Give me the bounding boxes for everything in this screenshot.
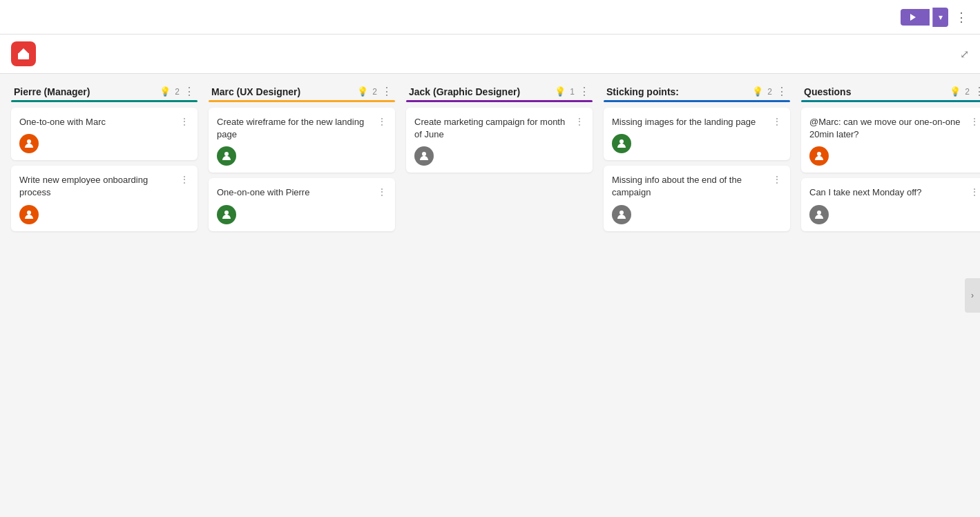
- column-count-pierre: 2: [175, 87, 180, 97]
- card-menu-m2[interactable]: ⋮: [376, 186, 388, 197]
- card: Write new employee onboarding process⋮: [11, 166, 198, 231]
- card-header-m1: Create wireframe for the new landing pag…: [217, 116, 388, 141]
- svg-point-7: [619, 139, 624, 144]
- bulb-icon: 💡: [950, 86, 961, 97]
- column-sticking: Sticking points:💡2⋮Missing images for th…: [604, 85, 790, 505]
- card-header-s2: Missing info about the end of the campai…: [612, 174, 783, 199]
- card-title-p2: Write new employee onboarding process: [19, 174, 178, 199]
- column-title-marc: Marc (UX Designer): [211, 86, 300, 97]
- avatar: [809, 146, 829, 166]
- svg-point-4: [224, 152, 229, 156]
- card: Create wireframe for the new landing pag…: [209, 108, 395, 173]
- column-menu-questions[interactable]: ⋮: [974, 85, 980, 98]
- column-menu-sticking[interactable]: ⋮: [776, 85, 787, 98]
- column-menu-marc[interactable]: ⋮: [381, 85, 392, 98]
- bulb-icon: 💡: [357, 86, 368, 97]
- svg-point-8: [619, 211, 624, 215]
- svg-point-10: [817, 211, 821, 215]
- column-header-right-questions: 💡2⋮: [950, 85, 980, 98]
- column-header-pierre: Pierre (Manager)💡2⋮: [11, 85, 198, 102]
- continue-activity-dropdown[interactable]: ▾: [932, 8, 948, 27]
- column-header-right-marc: 💡2⋮: [357, 85, 392, 98]
- column-count-jack: 1: [570, 87, 575, 97]
- column-title-jack: Jack (Graphic Designer): [409, 86, 520, 97]
- card-title-s1: Missing images for the landing page: [612, 116, 771, 128]
- svg-point-2: [27, 139, 31, 144]
- svg-point-5: [224, 211, 229, 215]
- expand-icon: ⤢: [960, 48, 969, 60]
- expand-button[interactable]: ⤢: [960, 48, 969, 61]
- card-title-p1: One-to-one with Marc: [19, 116, 178, 128]
- column-count-marc: 2: [372, 87, 377, 97]
- card-title-q1: @Marc: can we move our one-on-one 20min …: [809, 116, 968, 141]
- continue-activity-button[interactable]: [901, 9, 930, 26]
- bulb-icon: 💡: [160, 86, 171, 97]
- card: Missing info about the end of the campai…: [604, 166, 790, 231]
- bulb-icon: 💡: [752, 86, 763, 97]
- column-header-marc: Marc (UX Designer)💡2⋮: [209, 85, 395, 102]
- card-menu-m1[interactable]: ⋮: [376, 116, 388, 127]
- kebab-icon: ⋮: [955, 10, 968, 24]
- avatar: [19, 205, 39, 224]
- avatar: [414, 146, 434, 166]
- card: One-to-one with Marc⋮: [11, 108, 198, 160]
- column-menu-pierre[interactable]: ⋮: [184, 85, 195, 98]
- card: @Marc: can we move our one-on-one 20min …: [801, 108, 980, 173]
- card-menu-s2[interactable]: ⋮: [771, 174, 783, 185]
- column-count-sticking: 2: [767, 87, 772, 97]
- avatar: [217, 146, 236, 166]
- card-title-s2: Missing info about the end of the campai…: [612, 174, 771, 199]
- column-count-questions: 2: [965, 87, 970, 97]
- page-header: ⤢: [0, 35, 980, 74]
- column-bar-jack: [406, 100, 593, 102]
- play-icon: [910, 14, 916, 21]
- bulb-icon: 💡: [555, 86, 566, 97]
- card-menu-j1[interactable]: ⋮: [573, 116, 586, 127]
- card-title-m1: Create wireframe for the new landing pag…: [217, 116, 376, 141]
- card-menu-q1[interactable]: ⋮: [968, 116, 980, 127]
- column-header-right-pierre: 💡2⋮: [160, 85, 195, 98]
- card-header-s1: Missing images for the landing page⋮: [612, 116, 783, 128]
- column-menu-jack[interactable]: ⋮: [579, 85, 590, 98]
- avatar: [612, 205, 631, 224]
- column-bar-sticking: [604, 100, 790, 102]
- column-bar-marc: [209, 100, 395, 102]
- card: Create marketing campaign for month of J…: [406, 108, 593, 173]
- topbar-kebab-button[interactable]: ⋮: [951, 7, 972, 28]
- column-title-pierre: Pierre (Manager): [14, 86, 90, 97]
- avatar: [809, 205, 829, 224]
- svg-rect-0: [18, 53, 29, 59]
- board: Pierre (Manager)💡2⋮One-to-one with Marc⋮…: [0, 74, 980, 516]
- card-header-p1: One-to-one with Marc⋮: [19, 116, 191, 128]
- card: One-on-one with Pierre⋮: [209, 178, 395, 231]
- card-menu-p2[interactable]: ⋮: [178, 174, 191, 185]
- card-menu-q2[interactable]: ⋮: [968, 186, 980, 197]
- column-pierre: Pierre (Manager)💡2⋮One-to-one with Marc⋮…: [11, 85, 198, 505]
- card-title-m2: One-on-one with Pierre: [217, 186, 376, 199]
- card: Can I take next Monday off?⋮: [801, 178, 980, 231]
- chevron-down-icon: ▾: [939, 12, 943, 22]
- column-header-jack: Jack (Graphic Designer)💡1⋮: [406, 85, 593, 102]
- card-menu-s1[interactable]: ⋮: [771, 116, 783, 127]
- card-header-q2: Can I take next Monday off?⋮: [809, 186, 980, 199]
- side-panel-expand-button[interactable]: ›: [965, 278, 980, 313]
- svg-point-9: [817, 152, 821, 156]
- card-title-q2: Can I take next Monday off?: [809, 186, 968, 199]
- column-header-right-sticking: 💡2⋮: [752, 85, 787, 98]
- card-header-m2: One-on-one with Pierre⋮: [217, 186, 388, 199]
- svg-point-6: [422, 152, 426, 156]
- column-bar-questions: [801, 100, 980, 102]
- card-header-j1: Create marketing campaign for month of J…: [414, 116, 586, 141]
- avatar: [19, 134, 39, 153]
- card-header-p2: Write new employee onboarding process⋮: [19, 174, 191, 199]
- column-questions: Questions💡2⋮@Marc: can we move our one-o…: [801, 85, 980, 505]
- topbar: ▾ ⋮: [0, 0, 980, 35]
- avatar: [612, 134, 631, 153]
- column-title-sticking: Sticking points:: [606, 86, 679, 97]
- avatar: [217, 205, 236, 224]
- column-header-sticking: Sticking points:💡2⋮: [604, 85, 790, 102]
- column-title-questions: Questions: [804, 86, 851, 97]
- card-menu-p1[interactable]: ⋮: [178, 116, 191, 127]
- svg-marker-1: [18, 48, 29, 54]
- column-bar-pierre: [11, 100, 198, 102]
